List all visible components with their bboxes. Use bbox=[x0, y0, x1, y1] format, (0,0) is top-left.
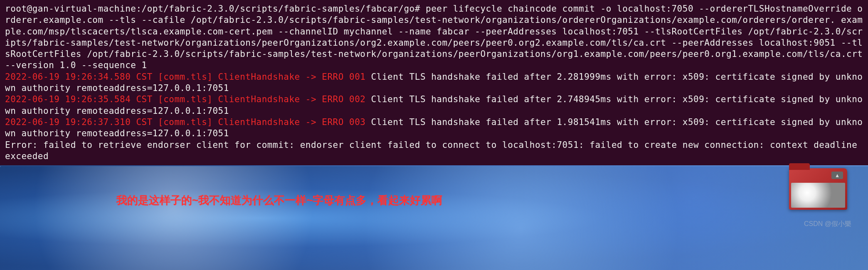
error-line-2: 2022-06-19 19:26:35.584 CST [comm.tls] C… bbox=[5, 94, 863, 117]
shell-prompt: root@gan-virtual-machine:/opt/fabric-2.3… bbox=[5, 4, 426, 14]
error-line-1: 2022-06-19 19:26:34.580 CST [comm.tls] C… bbox=[5, 71, 863, 94]
command-line: root@gan-virtual-machine:/opt/fabric-2.3… bbox=[5, 3, 863, 71]
desktop-background bbox=[0, 166, 868, 270]
watermark-text: CSDN @假小樂 bbox=[804, 220, 851, 228]
error-prefix: 2022-06-19 19:26:34.580 CST [comm.tls] C… bbox=[5, 72, 365, 82]
error-prefix: 2022-06-19 19:26:37.310 CST [comm.tls] C… bbox=[5, 117, 365, 127]
error-prefix: 2022-06-19 19:26:35.584 CST [comm.tls] C… bbox=[5, 94, 365, 104]
folder-thumbnail bbox=[791, 183, 845, 208]
terminal-window[interactable]: root@gan-virtual-machine:/opt/fabric-2.3… bbox=[0, 0, 868, 165]
error-line-3: 2022-06-19 19:26:37.310 CST [comm.tls] C… bbox=[5, 117, 863, 140]
command-text: peer lifecycle chaincode commit -o local… bbox=[5, 4, 868, 70]
final-error-line: Error: failed to retrieve endorser clien… bbox=[5, 140, 863, 162]
desktop-folder-icon[interactable]: ▲ bbox=[789, 168, 847, 214]
folder-shape: ▲ bbox=[789, 168, 847, 210]
folder-arrow-icon: ▲ bbox=[831, 172, 843, 179]
annotation-text: 我的是这样子的~我不知道为什么不一样~字母有点多，看起来好累啊 bbox=[116, 193, 442, 208]
